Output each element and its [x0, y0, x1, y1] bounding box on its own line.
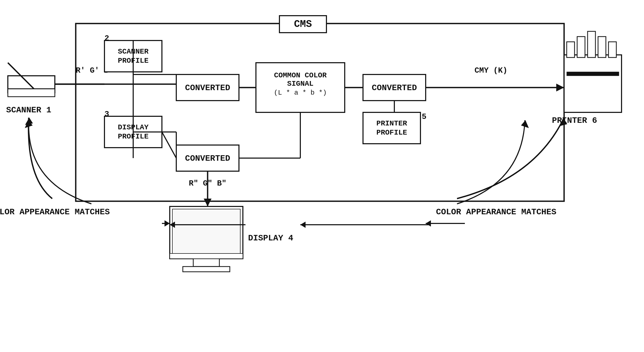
cmyk-label: CMY (K)	[475, 66, 507, 75]
diagram-container: CMS SCANNER 1 R' G' B' SCANNER PROFILE 2…	[0, 0, 644, 352]
svg-line-20	[162, 132, 176, 158]
num5-label: 5	[422, 112, 426, 121]
common-color-label1: COMMON COLOR	[274, 71, 327, 79]
svg-marker-56	[25, 118, 33, 125]
svg-rect-36	[588, 31, 595, 57]
svg-marker-43	[556, 84, 564, 91]
printer6-label: PRINTER 6	[552, 116, 597, 125]
svg-rect-33	[564, 55, 622, 112]
svg-marker-42	[204, 199, 212, 206]
svg-rect-39	[567, 72, 619, 76]
svg-rect-34	[567, 42, 575, 57]
svg-rect-37	[598, 37, 606, 57]
svg-rect-30	[183, 267, 230, 272]
color-appearance-left: COLOR APPEARANCE MATCHES	[0, 207, 110, 217]
svg-marker-61	[300, 222, 306, 228]
svg-rect-16	[363, 112, 420, 144]
scanner-label: SCANNER 1	[6, 105, 51, 115]
display4-label: DISPLAY 4	[248, 233, 293, 243]
svg-marker-45	[165, 220, 170, 227]
svg-rect-31	[172, 209, 240, 253]
svg-rect-32	[170, 253, 243, 259]
num3-label: 3	[104, 110, 109, 119]
common-color-label3: (L * a * b *)	[274, 89, 327, 97]
svg-rect-29	[193, 259, 219, 267]
svg-rect-5	[8, 89, 55, 97]
cms-label: CMS	[294, 19, 312, 30]
printer-profile-label2: PROFILE	[376, 129, 407, 137]
svg-rect-38	[608, 42, 616, 57]
color-appearance-right: COLOR APPEARANCE MATCHES	[436, 207, 557, 217]
converted1-label: CONVERTED	[185, 83, 230, 93]
converted2-label: CONVERTED	[372, 83, 417, 93]
svg-rect-35	[577, 37, 585, 57]
converted3-label: CONVERTED	[185, 154, 230, 163]
printer-profile-label1: PRINTER	[376, 119, 407, 128]
svg-marker-47	[426, 220, 431, 227]
num2-label: 2	[104, 34, 109, 43]
common-color-label2: SIGNAL	[287, 80, 314, 88]
